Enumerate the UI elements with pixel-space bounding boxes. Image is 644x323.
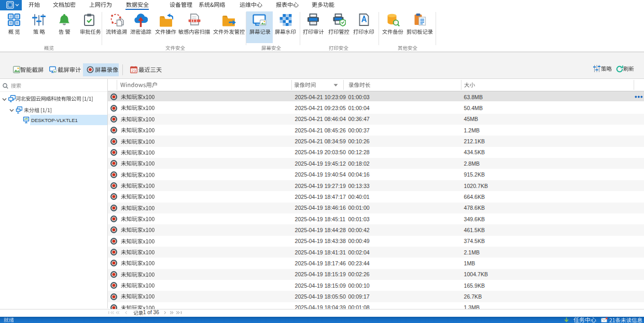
svg-text:23: 23	[132, 69, 136, 73]
